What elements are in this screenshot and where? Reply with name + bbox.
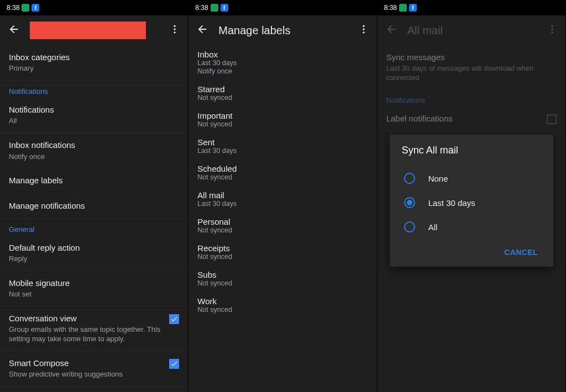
item-title: Mobile signature <box>9 278 179 289</box>
label-name: Important <box>197 111 368 120</box>
radio-option-all[interactable]: All <box>402 215 541 239</box>
labels-list: Inbox Last 30 days Notify once Starred N… <box>188 45 376 319</box>
whatsapp-icon <box>22 4 29 12</box>
more-icon[interactable] <box>358 24 369 37</box>
status-time: 8:38 <box>195 4 208 12</box>
sync-dialog: Sync All mail None Last 30 days All CANC… <box>390 135 553 267</box>
account-email-redacted <box>30 22 146 39</box>
item-sub: All <box>9 116 179 126</box>
radio-label: All <box>428 223 438 232</box>
section-notifications: Notifications <box>0 81 188 98</box>
back-icon[interactable] <box>8 23 20 38</box>
more-icon[interactable] <box>169 24 180 37</box>
facebook-icon: f <box>409 4 417 12</box>
label-subs[interactable]: Subs Not synced <box>188 266 376 292</box>
label-name: All mail <box>197 190 368 200</box>
item-title: Sync messages <box>386 52 557 63</box>
label-sub: Last 30 days <box>197 200 368 208</box>
label-inbox[interactable]: Inbox Last 30 days Notify once <box>188 45 376 80</box>
panel-manage-labels: 8:38 f Manage labels Inbox Last 30 days … <box>188 0 377 392</box>
label-name: Work <box>197 296 368 306</box>
label-name: Scheduled <box>197 164 368 173</box>
background-dimmed: All mail Sync messages Last 30 days of m… <box>378 15 565 131</box>
page-title: All mail <box>407 24 537 37</box>
mobile-signature-item[interactable]: Mobile signature Not set <box>0 271 188 306</box>
status-bar: 8:38 f <box>0 0 188 15</box>
item-title: Conversation view <box>9 313 164 324</box>
label-sub: Last 30 days <box>197 147 368 155</box>
label-sub: Not synced <box>197 173 368 182</box>
label-personal[interactable]: Personal Not synced <box>188 213 376 239</box>
svg-point-11 <box>363 31 364 33</box>
header: Manage labels <box>188 15 376 45</box>
radio-icon[interactable] <box>404 197 415 208</box>
item-sub: Show predictive writing suggestions <box>9 370 164 379</box>
item-sub: Not set <box>9 290 179 299</box>
smart-compose-item[interactable]: Smart Compose Show predictive writing su… <box>0 351 188 386</box>
label-sub: Not synced <box>197 94 368 102</box>
svg-point-16 <box>551 28 553 30</box>
label-sub: Not synced <box>197 120 368 129</box>
dialog-title: Sync All mail <box>402 145 541 156</box>
section-general: General <box>0 219 188 236</box>
label-receipts[interactable]: Receipts Not synced <box>188 239 376 266</box>
label-sub: Not synced <box>197 226 368 235</box>
label-name: Inbox <box>197 50 368 59</box>
back-icon[interactable] <box>196 23 208 38</box>
status-time: 8:38 <box>7 4 19 12</box>
panel-account-settings: 8:38 f Inbox categories Primary Notifica… <box>0 0 188 392</box>
inbox-notifications-item[interactable]: Inbox notifications Notify once <box>0 133 188 168</box>
svg-point-9 <box>363 25 364 27</box>
label-notifications-item: Label notifications <box>378 107 565 131</box>
inbox-categories-item[interactable]: Inbox categories Primary <box>0 45 188 81</box>
item-title: Inbox categories <box>9 52 179 63</box>
smart-compose-checkbox[interactable] <box>169 359 179 369</box>
default-reply-item[interactable]: Default reply action Reply <box>0 236 188 271</box>
radio-icon[interactable] <box>404 173 415 184</box>
status-time: 8:38 <box>384 4 397 12</box>
whatsapp-icon <box>211 4 218 12</box>
label-sent[interactable]: Sent Last 30 days <box>188 133 376 160</box>
label-work[interactable]: Work Not synced <box>188 292 376 319</box>
svg-point-3 <box>174 25 176 27</box>
svg-point-4 <box>174 28 176 30</box>
item-sub: Primary <box>9 64 179 73</box>
panel-all-mail: 8:38 f All mail Sync messages Last 30 da… <box>378 0 566 392</box>
radio-icon[interactable] <box>404 221 415 232</box>
notifications-item[interactable]: Notifications All <box>0 98 188 133</box>
radio-label: Last 30 days <box>428 198 475 208</box>
item-title: Manage labels <box>9 175 179 186</box>
smart-reply-item[interactable]: Smart Reply <box>0 386 188 392</box>
radio-option-none[interactable]: None <box>402 166 541 190</box>
radio-option-last30[interactable]: Last 30 days <box>402 190 541 215</box>
item-title: Label notifications <box>386 113 541 124</box>
item-title: Inbox notifications <box>9 140 179 151</box>
svg-point-15 <box>551 25 553 27</box>
label-name: Personal <box>197 217 368 226</box>
item-title: Manage notifications <box>9 200 179 211</box>
manage-notifications-item[interactable]: Manage notifications <box>0 194 188 219</box>
item-sub: Last 30 days of messages will download w… <box>386 64 557 83</box>
label-scheduled[interactable]: Scheduled Not synced <box>188 160 376 186</box>
svg-point-17 <box>551 31 553 33</box>
settings-list: Inbox categories Primary Notifications N… <box>0 45 188 392</box>
cancel-button[interactable]: CANCEL <box>501 243 541 261</box>
item-sub: Reply <box>9 255 179 264</box>
item-title: Smart Compose <box>9 358 164 369</box>
label-all-mail[interactable]: All mail Last 30 days <box>188 186 376 213</box>
label-starred[interactable]: Starred Not synced <box>188 80 376 107</box>
whatsapp-icon <box>399 4 407 12</box>
page-title: Manage labels <box>218 24 348 37</box>
label-sub: Last 30 days <box>197 59 368 67</box>
item-sub: Notify once <box>9 152 179 162</box>
svg-point-10 <box>363 28 364 30</box>
conversation-view-checkbox[interactable] <box>169 314 179 324</box>
label-important[interactable]: Important Not synced <box>188 107 376 133</box>
facebook-icon: f <box>32 4 39 12</box>
conversation-view-item[interactable]: Conversation view Group emails with the … <box>0 306 188 351</box>
label-sub: Not synced <box>197 253 368 261</box>
manage-labels-item[interactable]: Manage labels <box>0 168 188 193</box>
label-notifications-checkbox <box>547 114 557 124</box>
sync-messages-item: Sync messages Last 30 days of messages w… <box>378 45 565 89</box>
status-bar: 8:38 f <box>188 0 376 15</box>
